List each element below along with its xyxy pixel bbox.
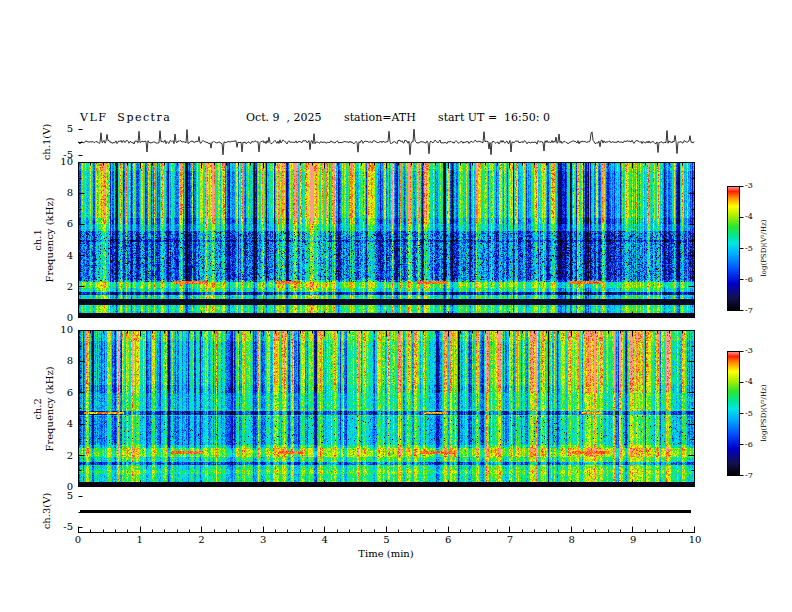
ch1-spec-ytick-label: 6 bbox=[67, 219, 73, 229]
ch2-spectrogram-ylabel: ch.2 Frequency (kHz) bbox=[32, 366, 56, 451]
colorbar-ch2-tick-label: -3 bbox=[745, 347, 753, 355]
ch3-wave-ytick-label: 5 bbox=[67, 491, 73, 501]
ch3-waveform-canvas bbox=[78, 490, 695, 533]
colorbar-ch1 bbox=[727, 186, 744, 311]
ch1-waveform-canvas bbox=[78, 124, 695, 160]
ch1-spectrogram-ylabel-channel: ch.1 bbox=[32, 197, 44, 282]
colorbar-ch1-tick-label: -3 bbox=[745, 182, 753, 190]
ch1-spectrogram-canvas bbox=[78, 162, 695, 318]
x-tick-label: 6 bbox=[445, 535, 451, 545]
ch3-wave-ytick-label: -5 bbox=[63, 522, 73, 532]
ch1-spec-ytick-label: 8 bbox=[67, 188, 73, 198]
ch1-spec-ytick-label: 4 bbox=[67, 251, 73, 261]
colorbar-ch1-tick-label: -6 bbox=[745, 276, 753, 284]
ch2-spec-ytick-label: 4 bbox=[67, 419, 73, 429]
colorbar-ch1-tick-label: -7 bbox=[745, 307, 753, 315]
ch1-waveform-panel bbox=[78, 124, 695, 160]
vlf-spectra-figure: VLF Spectra Oct. 9 , 2025 station=ATH st… bbox=[0, 0, 792, 612]
figure-date: Oct. 9 , 2025 bbox=[246, 111, 322, 124]
ch2-spectrogram-ylabel-channel: ch.2 bbox=[32, 366, 44, 451]
figure-station: station=ATH bbox=[344, 111, 416, 124]
ch2-spec-ytick-label: 10 bbox=[60, 325, 73, 335]
ch1-spectrogram-ylabel-axis: Frequency (kHz) bbox=[44, 197, 56, 282]
ch1-wave-ytick-label: -5 bbox=[63, 150, 73, 160]
colorbar-ch1-canvas bbox=[727, 186, 744, 311]
figure-start-ut: start UT = 16:50: 0 bbox=[438, 111, 550, 124]
x-tick-label: 0 bbox=[75, 535, 81, 545]
x-tick-label: 7 bbox=[507, 535, 513, 545]
ch2-spec-ytick-label: 6 bbox=[67, 388, 73, 398]
x-tick-label: 5 bbox=[383, 535, 389, 545]
ch2-spectrogram-ylabel-axis: Frequency (kHz) bbox=[44, 366, 56, 451]
colorbar-ch1-label: log(PSD)(V²/Hz) bbox=[760, 220, 768, 277]
x-tick-label: 8 bbox=[568, 535, 574, 545]
ch1-wave-ytick-label: 5 bbox=[67, 124, 73, 134]
ch1-spectrogram-panel bbox=[78, 162, 695, 318]
colorbar-ch2-tick-label: -4 bbox=[745, 378, 753, 386]
ch1-waveform-ylabel: ch.1(V) bbox=[41, 124, 52, 161]
colorbar-ch2-canvas bbox=[727, 351, 744, 476]
x-tick-label: 4 bbox=[322, 535, 328, 545]
colorbar-ch2-label: log(PSD)(V²/Hz) bbox=[760, 385, 768, 442]
ch2-spec-ytick-label: 8 bbox=[67, 356, 73, 366]
ch1-spec-ytick-label: 0 bbox=[67, 313, 73, 323]
x-tick-label: 10 bbox=[689, 535, 702, 545]
ch1-spectrogram-ylabel: ch.1 Frequency (kHz) bbox=[32, 197, 56, 282]
figure-title: VLF Spectra bbox=[80, 111, 171, 124]
colorbar-ch2-tick-label: -5 bbox=[745, 410, 753, 418]
x-tick-label: 3 bbox=[260, 535, 266, 545]
ch2-spectrogram-canvas bbox=[78, 330, 695, 487]
colorbar-ch2-tick-label: -6 bbox=[745, 441, 753, 449]
x-tick-label: 9 bbox=[630, 535, 636, 545]
ch1-spec-ytick-label: 2 bbox=[67, 282, 73, 292]
colorbar-ch1-tick-label: -5 bbox=[745, 245, 753, 253]
colorbar-ch2 bbox=[727, 351, 744, 476]
x-tick-label: 1 bbox=[137, 535, 143, 545]
ch2-spectrogram-panel bbox=[78, 330, 695, 487]
x-axis-title: Time (min) bbox=[358, 549, 413, 559]
colorbar-ch2-tick-label: -7 bbox=[745, 472, 753, 480]
ch3-waveform-panel bbox=[78, 490, 695, 533]
colorbar-ch1-tick-label: -4 bbox=[745, 213, 753, 221]
ch3-waveform-ylabel: ch.3(V) bbox=[41, 493, 52, 530]
ch2-spec-ytick-label: 2 bbox=[67, 451, 73, 461]
x-tick-label: 2 bbox=[198, 535, 204, 545]
